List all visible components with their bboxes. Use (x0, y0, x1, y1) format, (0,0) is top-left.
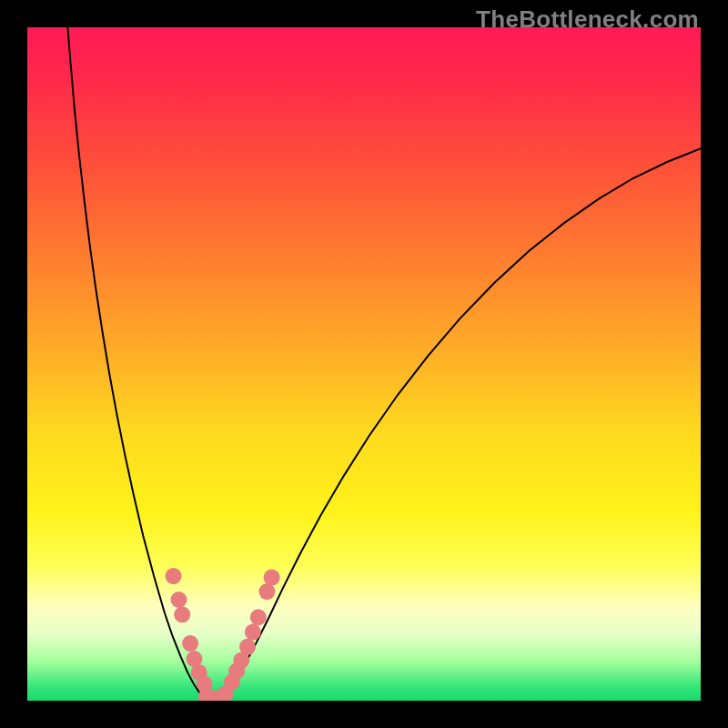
marker-dot (245, 624, 261, 641)
marker-dot (264, 570, 280, 586)
plot-area (27, 27, 701, 701)
outer-frame: TheBottleneck.com (0, 0, 728, 728)
marker-dot (171, 592, 187, 608)
plot-svg (27, 27, 701, 701)
marker-dot (239, 639, 256, 655)
marker-dot (166, 568, 182, 584)
gradient-background (27, 27, 701, 701)
marker-dot (250, 609, 267, 625)
marker-dot (258, 583, 275, 600)
watermark-text: TheBottleneck.com (476, 5, 699, 34)
marker-dot (182, 635, 198, 652)
marker-dot (174, 606, 190, 622)
